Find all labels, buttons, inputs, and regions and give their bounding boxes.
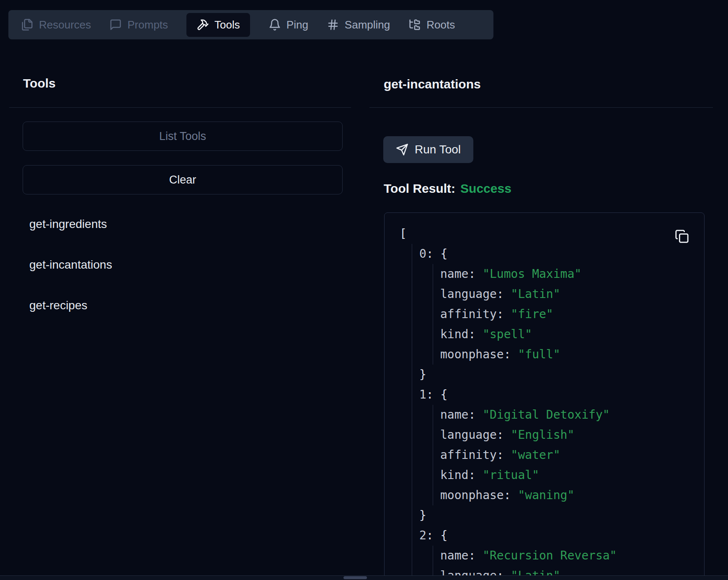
tab-prompts[interactable]: Prompts (109, 18, 168, 31)
json-item-open: 1: { (419, 385, 692, 405)
json-field-row: name: "Lumos Maxima" (440, 264, 692, 284)
json-field-row: language: "Latin" (440, 284, 692, 304)
json-field-row: name: "Digital Detoxify" (440, 405, 692, 425)
bell-icon (268, 18, 281, 31)
tool-list-item-get-recipes[interactable]: get-recipes (29, 299, 88, 312)
tab-label: Prompts (127, 18, 168, 31)
tab-bar: Resources Prompts Tools Ping Sampling (8, 10, 493, 39)
hammer-icon (196, 18, 209, 31)
tab-tools[interactable]: Tools (186, 13, 250, 37)
copy-icon (675, 229, 690, 243)
copy-button[interactable] (675, 229, 690, 244)
json-item-fields: name: "Recursion Reversa"language: "Lati… (433, 546, 692, 580)
tab-roots[interactable]: Roots (408, 18, 455, 31)
message-square-icon (109, 18, 122, 31)
json-tree: [ 0: {name: "Lumos Maxima"language: "Lat… (400, 224, 692, 580)
run-tool-button[interactable]: Run Tool (383, 136, 473, 163)
json-field-row: kind: "spell" (440, 324, 692, 344)
json-item-open: 2: { (419, 526, 692, 546)
mcp-inspector-page: Resources Prompts Tools Ping Sampling (0, 0, 728, 580)
tab-label: Tools (214, 18, 240, 31)
tool-result-line: Tool Result:Success (384, 181, 511, 196)
tab-label: Sampling (345, 18, 390, 31)
json-tree-array-body: 0: {name: "Lumos Maxima"language: "Latin… (412, 244, 692, 580)
json-item-fields: name: "Digital Detoxify"language: "Engli… (433, 405, 692, 505)
json-field-row: affinity: "fire" (440, 304, 692, 324)
tool-list-item-get-ingredients[interactable]: get-ingredients (29, 218, 107, 231)
left-panel-divider (9, 107, 351, 108)
json-item-close: } (419, 365, 692, 385)
json-field-row: moonphase: "waning" (440, 485, 692, 505)
json-field-row: moonphase: "full" (440, 344, 692, 365)
list-tools-button[interactable]: List Tools (23, 122, 343, 151)
send-icon (396, 143, 408, 156)
tab-resources[interactable]: Resources (21, 18, 91, 31)
hash-icon (327, 18, 339, 31)
json-item-close: } (419, 505, 692, 526)
tool-detail-title: get-incantations (384, 77, 481, 91)
tab-ping[interactable]: Ping (268, 18, 308, 31)
tab-label: Ping (287, 18, 308, 31)
json-field-row: name: "Recursion Reversa" (440, 546, 692, 566)
tool-result-json-panel: [ 0: {name: "Lumos Maxima"language: "Lat… (384, 212, 705, 580)
tool-result-status: Success (460, 181, 511, 195)
tab-label: Roots (426, 18, 455, 31)
tools-panel-title: Tools (23, 76, 56, 91)
tab-label: Resources (39, 18, 91, 31)
json-field-row: affinity: "water" (440, 445, 692, 465)
run-tool-label: Run Tool (415, 143, 461, 156)
json-field-row: kind: "ritual" (440, 465, 692, 485)
json-array-open: [ (400, 224, 692, 244)
clear-button[interactable]: Clear (23, 165, 343, 194)
tab-sampling[interactable]: Sampling (327, 18, 390, 31)
folder-tree-icon (408, 18, 421, 31)
json-item-fields: name: "Lumos Maxima"language: "Latin"aff… (433, 264, 692, 365)
bottom-panel-edge (0, 575, 728, 580)
tool-list-item-get-incantations[interactable]: get-incantations (29, 258, 112, 272)
files-icon (21, 18, 34, 31)
json-item-open: 0: { (419, 244, 692, 264)
tool-result-label: Tool Result: (384, 181, 455, 195)
json-field-row: language: "English" (440, 425, 692, 445)
right-panel-divider (369, 107, 713, 108)
panel-resize-handle[interactable] (343, 576, 367, 579)
